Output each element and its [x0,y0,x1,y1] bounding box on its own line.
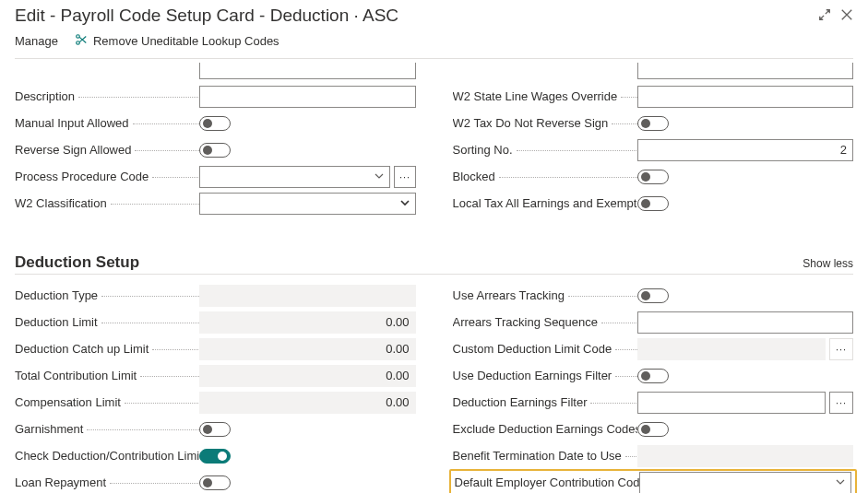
svg-point-1 [77,41,80,45]
reverse-sign-label: Reverse Sign Allowed [15,143,131,157]
manual-input-toggle[interactable] [199,116,231,131]
scissors-icon [75,33,88,49]
chevron-down-icon [400,196,410,210]
total-contrib-value: 0.00 [199,365,416,387]
catch-up-value: 0.00 [199,338,416,360]
expand-icon[interactable] [818,8,831,24]
check-limit-label: Check Deduction/Contribution Limi... [15,449,199,463]
loan-repay-label: Loan Repayment [15,475,106,489]
custom-limit-assist-button[interactable]: ··· [829,338,853,360]
sorting-no-label: Sorting No. [453,143,513,157]
w2-tax-no-reverse-label: W2 Tax Do Not Reverse Sign [453,116,609,130]
benefit-term-label: Benefit Termination Date to Use [453,449,622,463]
manual-input-label: Manual Input Allowed [15,116,129,130]
description-label: Description [15,89,75,103]
exclude-codes-label: Exclude Deduction Earnings Codes [453,422,637,436]
general-top-cut-input[interactable] [199,63,416,79]
deduction-limit-value: 0.00 [199,311,416,334]
earn-filter-input[interactable] [637,392,826,414]
local-tax-label: Local Tax All Earnings and Exempt D... [453,196,637,210]
benefit-term-value [637,445,854,467]
page-title: Edit - Payroll Code Setup Card - Deducti… [15,6,818,26]
blocked-toggle[interactable] [637,170,669,184]
comp-limit-value: 0.00 [199,392,416,414]
check-limit-toggle[interactable] [199,449,231,464]
reverse-sign-toggle[interactable] [199,143,231,158]
use-earn-filter-label: Use Deduction Earnings Filter [453,369,612,382]
custom-limit-value [637,338,826,360]
earn-filter-assist-button[interactable]: ··· [829,392,853,414]
w2-tax-no-reverse-toggle[interactable] [637,116,669,131]
process-proc-label: Process Procedure Code [15,170,149,183]
use-arrears-toggle[interactable] [637,288,669,303]
arrears-seq-label: Arrears Tracking Sequence [453,315,599,329]
earn-filter-label: Deduction Earnings Filter [453,395,588,409]
exclude-codes-toggle[interactable] [637,422,669,437]
custom-limit-label: Custom Deduction Limit Code [453,342,612,356]
deduction-limit-label: Deduction Limit [15,315,98,329]
loan-repay-toggle[interactable] [199,475,231,490]
w2-state-override-input[interactable] [637,86,854,108]
default-emp-contrib-select[interactable] [639,472,852,494]
general-top-cut-input-right[interactable] [637,63,854,79]
arrears-seq-input[interactable] [637,311,854,334]
default-emp-contrib-label: Default Employer Contribution Code [455,475,639,489]
process-proc-select[interactable] [199,166,390,188]
garnishment-toggle[interactable] [199,422,231,437]
close-icon[interactable] [840,8,853,24]
description-input[interactable] [199,86,416,108]
deduction-type-value [199,285,416,307]
use-earn-filter-toggle[interactable] [637,369,669,383]
sorting-no-input[interactable] [637,139,854,161]
deduction-type-label: Deduction Type [15,288,98,302]
show-less-link[interactable]: Show less [803,257,853,270]
remove-uneditable-label: Remove Uneditable Lookup Codes [93,34,279,48]
total-contrib-label: Total Contribution Limit [15,369,137,382]
manage-menu[interactable]: Manage [15,34,58,48]
w2-class-label: W2 Classification [15,196,107,210]
catch-up-label: Deduction Catch up Limit [15,342,149,356]
w2-class-select[interactable] [199,193,416,215]
w2-state-override-label: W2 State Line Wages Override [453,89,618,103]
remove-uneditable-action[interactable]: Remove Uneditable Lookup Codes [75,33,279,49]
deduction-setup-title: Deduction Setup [15,253,803,272]
chevron-down-icon [375,170,384,183]
garnishment-label: Garnishment [15,422,83,436]
local-tax-toggle[interactable] [637,196,669,211]
chevron-down-icon [836,475,845,489]
svg-point-0 [77,35,80,39]
process-proc-assist-button[interactable]: ··· [394,166,415,188]
blocked-label: Blocked [453,170,495,183]
use-arrears-label: Use Arrears Tracking [453,288,565,302]
comp-limit-label: Compensation Limit [15,395,121,409]
